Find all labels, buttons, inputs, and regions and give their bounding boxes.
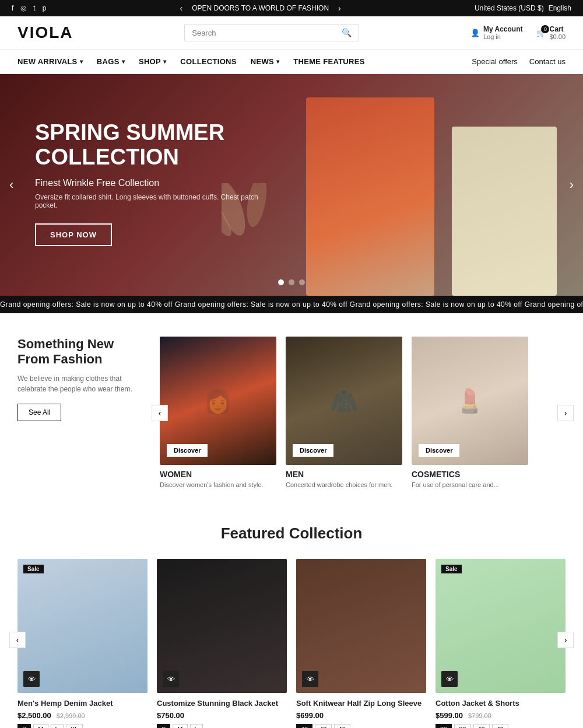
products-next-btn[interactable]: › — [557, 632, 574, 648]
nav-special-offers[interactable]: Special offers — [472, 57, 518, 66]
announcement-prev-btn[interactable]: ‹ — [180, 4, 183, 13]
hero-prev-btn[interactable]: ‹ — [9, 177, 13, 192]
women-discover-btn[interactable]: Discover — [167, 444, 208, 457]
hero-cta-button[interactable]: SHOP NOW — [35, 223, 112, 246]
product-image-1: 👁 — [157, 559, 287, 693]
product-eye-btn-1[interactable]: 👁 — [163, 671, 179, 687]
hero-content: SPRING SUMMER COLLECTION Finest Wrinkle … — [35, 121, 280, 246]
featured-title: Featured Collection — [17, 524, 566, 542]
announcement-bar: ‹ OPEN DOORS TO A WORLD OF FASHION › — [46, 4, 475, 13]
site-header: VIOLA 🔍 👤 My Account Log in 🛒 0 Cart $0.… — [0, 16, 583, 50]
size-btn-40-2[interactable]: 40 — [296, 724, 312, 728]
product-price-0: $2,500.00 — [17, 711, 51, 720]
women-collection-name: WOMEN — [160, 470, 276, 479]
hero-description: Oversize fit collared shirt. Long sleeve… — [35, 193, 280, 209]
nav-right: Special offers Contact us — [472, 57, 566, 66]
size-btn-42-2[interactable]: 42 — [315, 724, 331, 728]
collections-next-btn[interactable]: › — [557, 405, 574, 421]
product-pricing-3: $599.00 $799.00 — [436, 710, 566, 720]
size-btn-xl-0[interactable]: XL — [66, 724, 83, 728]
product-pricing-2: $699.00 — [296, 710, 426, 720]
size-btn-40-3[interactable]: 40 — [473, 724, 490, 728]
size-btn-36-3[interactable]: 36 — [436, 724, 452, 728]
nav-item-new-arrivals[interactable]: NEW ARRIVALS ▾ — [17, 57, 83, 66]
header-right: 👤 My Account Log in 🛒 0 Cart $0.00 — [470, 25, 566, 40]
product-pricing-0: $2,500.00 $2,999.00 — [17, 710, 147, 720]
nav-item-collections[interactable]: COLLECTIONS — [180, 57, 236, 66]
women-collection-desc: Discover women's fashion and style. — [160, 481, 276, 489]
see-all-button[interactable]: See All — [17, 404, 61, 421]
social-icons: f ◎ t p — [12, 4, 46, 12]
product-image-3: Sale 👁 — [436, 559, 566, 693]
pinterest-icon[interactable]: p — [43, 4, 47, 12]
size-btn-38-3[interactable]: 38 — [454, 724, 470, 728]
nav-item-bags[interactable]: BAGS ▾ — [97, 57, 125, 66]
product-eye-btn-3[interactable]: 👁 — [441, 671, 458, 687]
collections-cards-wrapper: ‹ 👩 Discover WOMEN Discover women's fash… — [160, 337, 566, 489]
collection-card-men: 🧥 Discover MEN Concerted wardrobe choice… — [286, 337, 402, 489]
site-logo[interactable]: VIOLA — [17, 23, 73, 42]
search-input[interactable] — [192, 29, 342, 37]
size-btn-l-1[interactable]: L — [190, 724, 203, 728]
product-image-2: 👁 — [296, 559, 426, 693]
ticker-text: Grand opening offers: Sale is now on up … — [0, 300, 583, 309]
size-btn-46-2[interactable]: 46 — [334, 724, 350, 728]
language-selector[interactable]: English — [549, 4, 571, 12]
featured-section: Featured Collection ‹ Sale 👁 Men's Hemp … — [0, 513, 583, 728]
collections-cards: 👩 Discover WOMEN Discover women's fashio… — [160, 337, 566, 489]
search-icon[interactable]: 🔍 — [342, 28, 352, 37]
ticker-bar: Grand opening offers: Sale is now on up … — [0, 296, 583, 313]
collections-grid: Something New From Fashion We believe in… — [17, 337, 566, 489]
nav-contact-us[interactable]: Contact us — [529, 57, 566, 66]
announcement-text: OPEN DOORS TO A WORLD OF FASHION — [192, 4, 329, 12]
men-collection-name: MEN — [286, 470, 402, 479]
collections-prev-btn[interactable]: ‹ — [152, 405, 168, 421]
hero-title: SPRING SUMMER COLLECTION — [35, 121, 280, 170]
hero-dot-3[interactable] — [299, 279, 305, 285]
login-link[interactable]: Log in — [483, 33, 523, 40]
product-eye-btn-2[interactable]: 👁 — [302, 671, 318, 687]
hero-dot-1[interactable] — [278, 279, 284, 285]
nav-item-news[interactable]: NEWS ▾ — [251, 57, 280, 66]
product-card-1: 👁 Customize Stunning Black Jacket $750.0… — [157, 559, 287, 728]
collection-card-women: 👩 Discover WOMEN Discover women's fashio… — [160, 337, 276, 489]
size-btn-m-1[interactable]: M — [173, 724, 187, 728]
hero-dot-2[interactable] — [289, 279, 294, 285]
cosmetics-collection-name: COSMETICS — [412, 470, 528, 479]
men-discover-btn[interactable]: Discover — [293, 444, 333, 457]
size-btn-s-0[interactable]: S — [17, 724, 31, 728]
region-selector[interactable]: United States (USD $) — [475, 4, 544, 12]
instagram-icon[interactable]: ◎ — [20, 4, 26, 12]
size-options-1: S M L — [157, 724, 287, 728]
products-prev-btn[interactable]: ‹ — [9, 632, 26, 648]
products-grid: Sale 👁 Men's Hemp Denim Jacket $2,500.00… — [17, 559, 566, 728]
hero-subtitle: Finest Wrinkle Free Collection — [35, 178, 280, 188]
product-name-0: Men's Hemp Denim Jacket — [17, 699, 147, 708]
size-btn-42-3[interactable]: 42 — [492, 724, 508, 728]
size-options-2: 40 42 46 — [296, 724, 426, 728]
hero-next-btn[interactable]: › — [570, 177, 574, 192]
top-bar: f ◎ t p ‹ OPEN DOORS TO A WORLD OF FASHI… — [0, 0, 583, 16]
size-btn-l-0[interactable]: L — [51, 724, 64, 728]
announcement-next-btn[interactable]: › — [338, 4, 341, 13]
size-btn-m-0[interactable]: M — [33, 724, 48, 728]
collections-section: Something New From Fashion We believe in… — [0, 313, 583, 513]
top-bar-right: United States (USD $) English — [475, 4, 571, 12]
size-btn-s-1[interactable]: S — [157, 724, 170, 728]
hero-figure-2 — [452, 127, 557, 296]
cart-amount: $0.00 — [549, 33, 566, 40]
twitter-icon[interactable]: t — [33, 4, 35, 12]
search-bar[interactable]: 🔍 — [184, 24, 359, 41]
hero-banner: SPRING SUMMER COLLECTION Finest Wrinkle … — [0, 74, 583, 296]
cosmetics-collection-desc: For use of personal care and... — [412, 481, 528, 489]
product-name-2: Soft Knitwear Half Zip Long Sleeve — [296, 699, 426, 708]
product-eye-btn-0[interactable]: 👁 — [23, 671, 40, 687]
cart-link[interactable]: 🛒 0 Cart $0.00 — [536, 25, 566, 40]
nav-item-shop[interactable]: SHOP ▾ — [139, 57, 166, 66]
product-card-0: Sale 👁 Men's Hemp Denim Jacket $2,500.00… — [17, 559, 147, 728]
cosmetics-discover-btn[interactable]: Discover — [419, 444, 459, 457]
nav-item-theme-features[interactable]: THEME FEATURES — [293, 57, 364, 66]
product-card-3: Sale 👁 Cotton Jacket & Shorts $599.00 $7… — [436, 559, 566, 728]
facebook-icon[interactable]: f — [12, 4, 13, 12]
account-link[interactable]: 👤 My Account Log in — [470, 25, 523, 40]
